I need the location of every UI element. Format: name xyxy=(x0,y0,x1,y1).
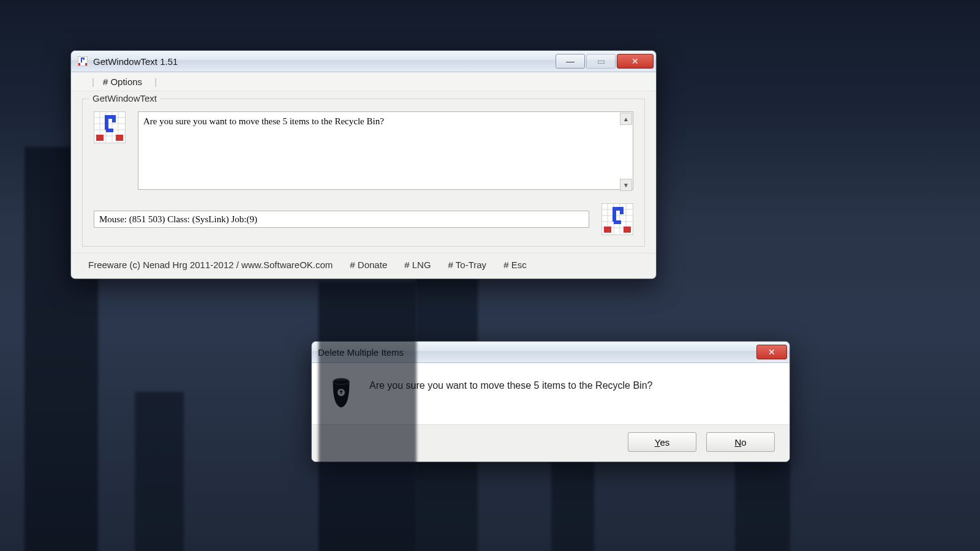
getwindowtext-groupbox: GetWindowText ▲ ▼ xyxy=(82,99,645,247)
groupbox-legend: GetWindowText xyxy=(89,93,160,103)
svg-rect-15 xyxy=(96,135,104,141)
no-button[interactable]: No xyxy=(706,432,775,452)
footer-donate-link[interactable]: # Donate xyxy=(350,260,387,270)
svg-rect-19 xyxy=(105,115,116,119)
footer-lng-link[interactable]: # LNG xyxy=(404,260,431,270)
menu-options[interactable]: # Options xyxy=(103,77,142,87)
scroll-down-button[interactable]: ▼ xyxy=(620,179,632,191)
menu-separator: | xyxy=(154,77,157,87)
window-title: GetWindowText 1.51 xyxy=(93,56,556,67)
svg-point-38 xyxy=(337,389,345,396)
minimize-button[interactable]: — xyxy=(556,54,585,69)
svg-rect-35 xyxy=(614,220,621,224)
maximize-button[interactable]: ▭ xyxy=(586,54,616,69)
no-label-tail: o xyxy=(741,437,746,448)
close-button[interactable]: ✕ xyxy=(617,54,654,69)
svg-rect-16 xyxy=(116,135,123,141)
footer-credit: Freeware (c) Nenad Hrg 2011-2012 / www.S… xyxy=(88,260,333,270)
yes-label-tail: es xyxy=(660,437,669,448)
menu-separator: | xyxy=(92,77,94,87)
yes-button[interactable]: Yes xyxy=(628,432,696,452)
footer-totray-link[interactable]: # To-Tray xyxy=(448,260,487,270)
window-title: Delete Multiple Items xyxy=(318,347,756,358)
close-button[interactable]: ✕ xyxy=(756,345,787,359)
svg-rect-2 xyxy=(85,63,87,66)
scroll-up-button[interactable]: ▲ xyxy=(620,113,632,125)
svg-rect-20 xyxy=(106,129,113,132)
svg-rect-30 xyxy=(604,227,611,233)
svg-rect-5 xyxy=(81,58,85,59)
svg-rect-34 xyxy=(612,207,624,211)
desktop-wallpaper: { "win1": { "title": "GetWindowText 1.51… xyxy=(0,0,980,551)
svg-rect-1 xyxy=(78,63,80,66)
crosshair-drag-icon[interactable] xyxy=(601,203,633,235)
app-icon xyxy=(77,56,88,67)
delete-dialog-window[interactable]: Delete Multiple Items ✕ Are you sure you… xyxy=(311,341,790,462)
titlebar[interactable]: Delete Multiple Items ✕ xyxy=(312,342,790,363)
titlebar[interactable]: GetWindowText 1.51 — ▭ ✕ xyxy=(71,51,656,72)
recycle-bin-icon xyxy=(329,377,353,408)
getwindowtext-window[interactable]: GetWindowText 1.51 — ▭ ✕ | # Options | G… xyxy=(70,50,657,279)
footer-esc-link[interactable]: # Esc xyxy=(503,260,527,270)
svg-rect-31 xyxy=(624,227,631,233)
menubar: | # Options | xyxy=(71,72,656,91)
dialog-message: Are you sure you want to move these 5 it… xyxy=(369,377,652,391)
status-box[interactable] xyxy=(94,211,589,228)
footer-bar: Freeware (c) Nenad Hrg 2011-2012 / www.S… xyxy=(71,253,656,279)
svg-point-36 xyxy=(333,378,349,384)
target-icon[interactable] xyxy=(94,111,126,143)
wallpaper-building xyxy=(135,392,184,551)
svg-point-37 xyxy=(333,378,349,384)
captured-text-box[interactable] xyxy=(138,111,633,190)
